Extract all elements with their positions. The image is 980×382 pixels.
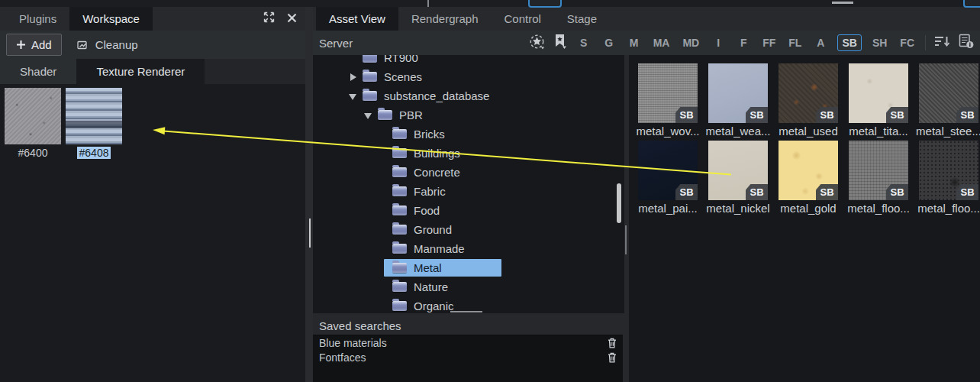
tree-item-buildings[interactable]: Buildings bbox=[313, 144, 615, 163]
add-button[interactable]: Add bbox=[6, 34, 62, 56]
tab-shader[interactable]: Shader bbox=[0, 59, 76, 84]
material-card[interactable]: SB metal_used bbox=[773, 63, 843, 138]
material-label: metal_wea... bbox=[703, 125, 773, 138]
clipped-blue-button[interactable] bbox=[528, 0, 562, 8]
tab-texture-renderer[interactable]: Texture Renderer bbox=[76, 59, 205, 84]
grid-scrollbar[interactable] bbox=[625, 225, 627, 254]
material-thumbnail[interactable]: SB bbox=[779, 141, 838, 200]
filter-button-m[interactable]: M bbox=[626, 35, 643, 50]
texture-renderer-canvas: #6400 #6408 bbox=[0, 84, 305, 382]
cleanup-button[interactable]: Cleanup bbox=[77, 38, 138, 51]
tab-asset-view[interactable]: Asset View bbox=[316, 7, 398, 31]
tree-item-nature[interactable]: Nature bbox=[313, 277, 615, 296]
filter-button-md[interactable]: MD bbox=[680, 35, 701, 50]
material-card[interactable]: SB metal_pai... bbox=[633, 141, 703, 215]
tree-item-fabric[interactable]: Fabric bbox=[313, 182, 615, 201]
folder-icon bbox=[392, 148, 407, 158]
tree-item-scenes[interactable]: Scenes bbox=[313, 67, 615, 86]
filter-toolbar: S G M MA MD I F FF FL A SB SH FC bbox=[529, 34, 974, 53]
tree-item-pbr[interactable]: PBR bbox=[313, 105, 615, 125]
tree-item-metal[interactable]: Metal bbox=[313, 258, 615, 277]
material-thumbnail[interactable]: SB bbox=[919, 63, 978, 123]
tab-workspace[interactable]: Workspace bbox=[69, 7, 153, 31]
favorite-refresh-icon[interactable] bbox=[529, 34, 546, 53]
asset-view-panel: Asset View Rendergraph Control Stage Ser… bbox=[313, 7, 980, 382]
texture-thumbnail-6400[interactable] bbox=[5, 88, 61, 144]
tree-item-clipped[interactable]: RT900 bbox=[313, 55, 615, 67]
material-card[interactable]: SB metal_wov... bbox=[633, 63, 703, 138]
material-thumbnail[interactable]: SB bbox=[779, 63, 838, 123]
server-tree: RT900 Scenes substance_database PBR bbox=[313, 55, 624, 313]
filter-button-a[interactable]: A bbox=[812, 35, 829, 50]
folder-icon bbox=[392, 282, 407, 292]
document-info-icon[interactable] bbox=[959, 34, 974, 52]
close-icon[interactable] bbox=[287, 12, 297, 26]
material-thumbnail[interactable]: SB bbox=[638, 141, 698, 200]
material-thumbnail[interactable]: SB bbox=[849, 63, 908, 123]
filter-button-s[interactable]: S bbox=[575, 35, 592, 50]
tree-item-food[interactable]: Food bbox=[313, 201, 615, 220]
sort-icon[interactable] bbox=[934, 35, 950, 50]
tab-stage[interactable]: Stage bbox=[554, 7, 610, 31]
material-thumbnail[interactable]: SB bbox=[638, 63, 698, 123]
filter-button-g[interactable]: G bbox=[601, 35, 617, 50]
tree-item-manmade[interactable]: Manmade bbox=[313, 239, 615, 258]
material-card[interactable]: SB metal_gold bbox=[773, 141, 843, 215]
tab-plugins[interactable]: Plugins bbox=[6, 7, 69, 31]
tree-horizontal-scrollbar[interactable] bbox=[450, 311, 482, 312]
material-card[interactable]: SB metal_nickel bbox=[703, 141, 773, 215]
workspace-panel: Plugins Workspace bbox=[0, 7, 305, 382]
material-card[interactable]: SB metal_wea... bbox=[703, 63, 773, 138]
filter-button-f[interactable]: F bbox=[735, 35, 752, 50]
filter-button-ma[interactable]: MA bbox=[651, 35, 672, 50]
filter-button-fl[interactable]: FL bbox=[786, 35, 804, 50]
material-card[interactable]: SB metal_tita... bbox=[843, 63, 914, 138]
panel-splitter[interactable] bbox=[305, 7, 313, 382]
material-card[interactable]: SB metal_floo... bbox=[914, 141, 980, 215]
panel-window-buttons bbox=[263, 7, 305, 31]
filter-button-sb[interactable]: SB bbox=[837, 34, 861, 51]
material-card[interactable]: SB metal_stee... bbox=[914, 63, 980, 138]
tree-scrollbar[interactable] bbox=[617, 183, 621, 223]
material-label: metal_floo... bbox=[914, 202, 980, 215]
tree-item-bricks[interactable]: Bricks bbox=[313, 125, 615, 144]
tab-rendergraph[interactable]: Rendergraph bbox=[398, 7, 492, 31]
material-thumbnail[interactable]: SB bbox=[708, 63, 768, 123]
asset-tab-bar: Asset View Rendergraph Control Stage bbox=[313, 7, 980, 31]
server-header-bar: Server S G bbox=[313, 31, 980, 55]
maximize-icon[interactable] bbox=[263, 11, 276, 27]
substance-badge: SB bbox=[675, 107, 698, 123]
filter-button-i[interactable]: I bbox=[710, 35, 727, 50]
trash-icon[interactable] bbox=[608, 352, 617, 363]
folder-icon bbox=[392, 129, 407, 139]
app-window: Plugins Workspace bbox=[0, 0, 980, 382]
substance-badge: SB bbox=[886, 107, 908, 123]
filter-button-fc[interactable]: FC bbox=[898, 35, 917, 50]
material-thumbnail[interactable]: SB bbox=[849, 141, 908, 200]
clipped-divider-handle[interactable] bbox=[832, 2, 853, 4]
clipped-blue-button-corner[interactable] bbox=[963, 0, 980, 8]
texture-thumbnail-6408[interactable] bbox=[66, 88, 122, 144]
folder-icon bbox=[363, 55, 377, 63]
material-card[interactable]: SB metal_floo... bbox=[843, 141, 914, 215]
tree-item-concrete[interactable]: Concrete bbox=[313, 163, 615, 182]
tab-control[interactable]: Control bbox=[492, 7, 554, 31]
material-thumbnail[interactable]: SB bbox=[919, 141, 978, 200]
splitter-handle-icon[interactable] bbox=[309, 219, 311, 248]
left-tab-bar: Plugins Workspace bbox=[0, 7, 305, 31]
top-strip-tick bbox=[427, 0, 429, 7]
material-label: metal_stee... bbox=[914, 125, 980, 138]
expand-arrow-icon[interactable] bbox=[348, 92, 357, 101]
trash-icon[interactable] bbox=[608, 338, 617, 348]
tree-item-substance-database[interactable]: substance_database bbox=[313, 86, 615, 105]
bookmark-icon[interactable] bbox=[554, 34, 567, 53]
filter-button-sh[interactable]: SH bbox=[870, 35, 889, 50]
material-thumbnail[interactable]: SB bbox=[708, 141, 768, 200]
filter-button-ff[interactable]: FF bbox=[760, 35, 778, 50]
server-label: Server bbox=[319, 37, 353, 50]
saved-search-item[interactable]: Fontfaces bbox=[313, 350, 623, 364]
expand-arrow-icon[interactable] bbox=[363, 111, 372, 120]
saved-search-item[interactable]: Blue materials bbox=[313, 335, 623, 350]
tree-item-ground[interactable]: Ground bbox=[313, 220, 615, 239]
collapse-arrow-icon[interactable] bbox=[348, 73, 357, 82]
